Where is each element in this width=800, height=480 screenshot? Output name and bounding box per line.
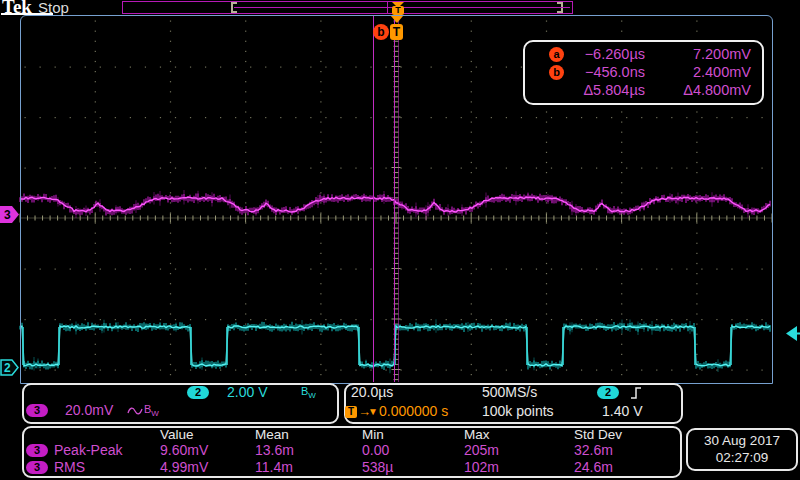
record-view-bar[interactable]: T <box>122 1 573 14</box>
trigger-time: 0.000000 s <box>379 403 448 419</box>
ch3-position-marker[interactable]: 3 <box>0 206 20 224</box>
trigger-t-badge: T <box>345 406 357 418</box>
cursor-delta-time: Δ5.804µs <box>559 82 645 98</box>
meas-row2-badge: 3 <box>26 461 48 474</box>
ch3-coupling-icon <box>127 405 143 417</box>
trigger-level: 1.40 V <box>602 403 642 419</box>
meas-header-value: Value <box>160 427 194 442</box>
ch2-badge[interactable]: 2 <box>187 386 209 399</box>
trigger-tri-icon: ▼ <box>368 406 378 417</box>
bar-cursor-line <box>387 2 388 13</box>
meas-row2-min: 538µ <box>362 459 393 475</box>
tek-logo: Tek <box>2 0 32 18</box>
trigger-source-badge[interactable]: 2 <box>597 386 619 399</box>
meas-row2-mean: 11.4m <box>255 459 293 475</box>
ch2-position-marker[interactable]: 2 <box>0 359 20 377</box>
cursor-b-flag[interactable]: b <box>373 24 389 40</box>
cursor-a-time: −6.260µs <box>559 46 645 62</box>
trigger-slope-icon <box>629 386 643 400</box>
meas-row1-stddev: 32.6m <box>574 442 613 458</box>
meas-row1-min: 0.00 <box>362 442 389 458</box>
trigger-position-arrow-icon[interactable] <box>391 16 403 23</box>
svg-text:3: 3 <box>4 208 11 222</box>
meas-row1-mean: 13.6m <box>255 442 294 458</box>
cursor-delta-volt: Δ4.800mV <box>659 82 751 98</box>
trigger-t-flag[interactable]: T <box>390 24 403 40</box>
meas-header-max: Max <box>464 427 490 442</box>
ch3-badge[interactable]: 3 <box>26 404 48 417</box>
datetime-box[interactable]: 30 Aug 2017 02:27:09 <box>686 428 798 471</box>
meas-header-stddev: Std Dev <box>574 427 622 442</box>
meas-row2-name: RMS <box>54 459 85 475</box>
cursor-b-time: −456.0ns <box>559 64 645 80</box>
ch2-bandwidth-icon: BW <box>301 385 316 400</box>
time-per-div: 20.0µs <box>351 384 393 400</box>
meas-row1-max: 205m <box>464 442 499 458</box>
sample-rate: 500MS/s <box>482 384 537 400</box>
ch3-bandwidth-icon: BW <box>144 403 159 418</box>
meas-row2-max: 102m <box>464 459 499 475</box>
meas-row1-badge: 3 <box>26 444 48 457</box>
meas-row2-stddev: 24.6m <box>574 459 613 475</box>
svg-text:2: 2 <box>4 361 11 375</box>
cursor-readout-box[interactable]: a −6.260µs 7.200mV b −456.0ns 2.400mV Δ5… <box>523 40 764 105</box>
cursor-a-volt: 7.200mV <box>659 46 751 62</box>
record-length: 100k points <box>482 403 554 419</box>
date-label: 30 Aug 2017 <box>688 433 796 448</box>
meas-row1-value: 9.60mV <box>160 442 208 458</box>
trigger-level-arrow-icon[interactable] <box>785 325 800 342</box>
meas-row2-value: 4.99mV <box>160 459 208 475</box>
meas-row1-name: Peak-Peak <box>54 442 122 458</box>
time-label: 02:27:09 <box>688 450 796 465</box>
bar-trigger-t-icon: T <box>392 6 404 15</box>
meas-header-mean: Mean <box>255 427 289 442</box>
ch3-scale: 20.0mV <box>65 402 113 418</box>
oscilloscope-screen: Tek Stop T b T 3 2 a −6.260µs 7.200mV b … <box>0 0 800 480</box>
cursor-b-volt: 2.400mV <box>659 64 751 80</box>
acquisition-status: Stop <box>38 0 69 16</box>
ch2-scale: 2.00 V <box>227 384 267 400</box>
meas-header-min: Min <box>362 427 384 442</box>
